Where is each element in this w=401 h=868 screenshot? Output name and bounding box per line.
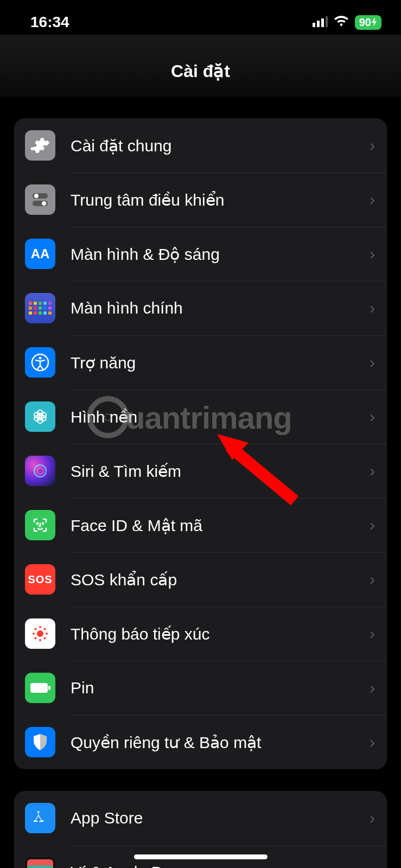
settings-group-main: Cài đặt chung › Trung tâm điều khiển › A…	[14, 118, 387, 769]
svg-point-21	[37, 630, 43, 637]
faceid-icon	[25, 510, 55, 540]
svg-point-24	[33, 633, 35, 635]
row-privacy[interactable]: Quyền riêng tư & Bảo mật ›	[14, 715, 387, 769]
svg-point-27	[44, 628, 46, 630]
chevron-right-icon: ›	[370, 733, 375, 751]
exposure-icon	[25, 618, 55, 649]
page-title: Cài đặt	[0, 35, 401, 97]
battery-indicator: 90	[355, 15, 381, 30]
svg-point-5	[34, 194, 39, 198]
chevron-right-icon: ›	[370, 462, 375, 480]
row-label: Face ID & Mật mã	[71, 516, 370, 535]
svg-rect-1	[317, 21, 320, 27]
svg-point-17	[34, 465, 46, 477]
svg-point-20	[42, 523, 43, 524]
svg-rect-0	[313, 23, 315, 27]
cellular-icon	[313, 14, 328, 31]
svg-point-18	[37, 468, 43, 474]
chevron-right-icon: ›	[370, 809, 375, 827]
row-sos[interactable]: SOS SOS khẩn cấp ›	[14, 552, 387, 607]
row-exposure[interactable]: Thông báo tiếp xúc ›	[14, 607, 387, 661]
gear-icon	[25, 130, 55, 161]
svg-point-7	[42, 201, 46, 206]
row-label: Hình nền	[71, 407, 370, 426]
svg-point-19	[37, 523, 38, 524]
sos-icon: SOS	[25, 564, 55, 595]
row-label: Màn hình chính	[71, 299, 370, 317]
svg-point-23	[39, 639, 41, 641]
svg-rect-2	[321, 18, 324, 27]
row-label: Quyền riêng tư & Bảo mật	[71, 733, 370, 752]
status-bar: 16:34 90	[0, 0, 401, 35]
display-icon: AA	[25, 239, 55, 269]
chevron-right-icon: ›	[370, 863, 375, 868]
accessibility-icon	[25, 347, 55, 378]
wallpaper-icon	[25, 401, 55, 432]
row-label: Siri & Tìm kiếm	[71, 462, 370, 481]
siri-icon	[25, 456, 55, 486]
row-display[interactable]: AA Màn hình & Độ sáng ›	[14, 227, 387, 281]
status-time: 16:34	[30, 14, 69, 31]
chevron-right-icon: ›	[370, 407, 375, 426]
home-screen-icon	[25, 293, 55, 323]
control-center-icon	[25, 184, 55, 215]
row-wallpaper[interactable]: Hình nền ›	[14, 390, 387, 444]
privacy-icon	[25, 727, 55, 757]
chevron-right-icon: ›	[370, 570, 375, 589]
status-right: 90	[313, 14, 381, 31]
chevron-right-icon: ›	[370, 516, 375, 534]
chevron-right-icon: ›	[370, 299, 375, 317]
row-label: Trợ năng	[71, 353, 370, 372]
row-siri[interactable]: Siri & Tìm kiếm ›	[14, 444, 387, 498]
battery-icon	[25, 673, 55, 703]
svg-rect-30	[30, 683, 48, 693]
row-control-center[interactable]: Trung tâm điều khiển ›	[14, 173, 387, 227]
row-battery[interactable]: Pin ›	[14, 661, 387, 715]
svg-point-28	[35, 637, 37, 640]
row-label: Thông báo tiếp xúc	[71, 624, 370, 643]
home-indicator[interactable]	[134, 854, 268, 859]
svg-point-9	[39, 357, 42, 360]
row-label: Cài đặt chung	[71, 136, 370, 155]
row-label: SOS khẩn cấp	[71, 570, 370, 589]
svg-point-29	[44, 637, 46, 640]
row-accessibility[interactable]: Trợ năng ›	[14, 335, 387, 390]
row-faceid[interactable]: Face ID & Mật mã ›	[14, 498, 387, 552]
wallet-icon	[25, 857, 55, 868]
row-label: Ví & Apple Pay	[71, 863, 370, 868]
chevron-right-icon: ›	[370, 245, 375, 263]
chevron-right-icon: ›	[370, 624, 375, 643]
row-label: Pin	[71, 679, 370, 697]
row-label: Màn hình & Độ sáng	[71, 245, 370, 264]
row-label: Trung tâm điều khiển	[71, 190, 370, 209]
svg-rect-31	[48, 686, 50, 690]
chevron-right-icon: ›	[370, 190, 375, 209]
row-label: App Store	[71, 809, 370, 827]
svg-point-26	[35, 628, 37, 630]
row-home-screen[interactable]: Màn hình chính ›	[14, 281, 387, 335]
chevron-right-icon: ›	[370, 353, 375, 372]
row-general[interactable]: Cài đặt chung ›	[14, 118, 387, 173]
chevron-right-icon: ›	[370, 136, 375, 155]
row-appstore[interactable]: App Store ›	[14, 791, 387, 845]
svg-rect-3	[326, 16, 328, 27]
chevron-right-icon: ›	[370, 679, 375, 697]
svg-point-25	[46, 633, 48, 635]
svg-point-22	[39, 626, 41, 628]
appstore-icon	[25, 803, 55, 833]
wifi-icon	[333, 14, 349, 31]
